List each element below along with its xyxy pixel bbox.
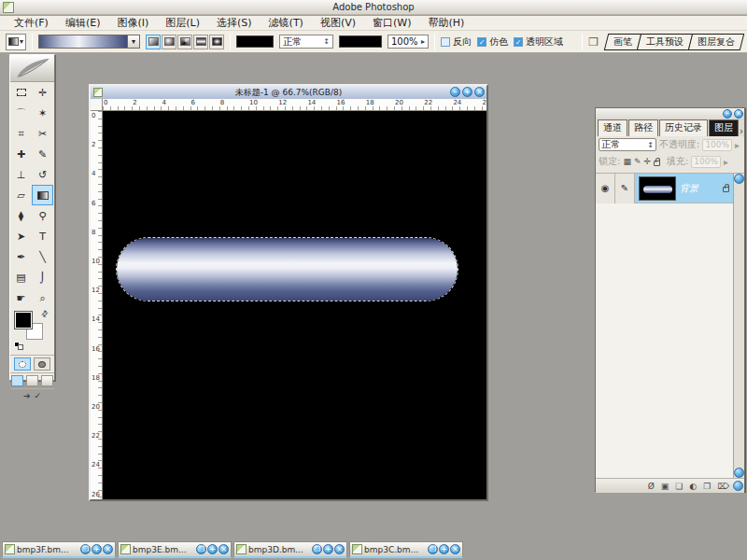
hand-tool[interactable]: ☛: [10, 287, 32, 308]
new-group-button[interactable]: ❏: [675, 482, 683, 491]
canvas[interactable]: [103, 111, 486, 499]
dodge-tool[interactable]: ⚲: [32, 205, 53, 226]
magic-wand-tool[interactable]: ✶: [32, 103, 53, 123]
close-button[interactable]: ×: [450, 544, 460, 554]
blend-mode-dropdown[interactable]: 正常 ↕: [279, 35, 333, 49]
panel-close-button[interactable]: ×: [734, 109, 743, 119]
shape-tool[interactable]: ╲: [32, 246, 53, 267]
close-button[interactable]: ×: [218, 544, 229, 554]
standard-screen-button[interactable]: [11, 375, 23, 386]
fullscreen-menubar-button[interactable]: [26, 375, 38, 386]
tab-brushes[interactable]: 画笔: [604, 34, 641, 50]
delete-layer-button[interactable]: ⌦: [717, 482, 729, 491]
footer-scroll-knob[interactable]: [733, 481, 743, 491]
menu-window[interactable]: 窗口(W): [364, 15, 419, 31]
menu-edit[interactable]: 编辑(E): [57, 15, 109, 31]
gradient-preview[interactable]: [38, 35, 128, 49]
tab-channels[interactable]: 通道: [598, 119, 627, 136]
healing-brush-tool[interactable]: ✚: [10, 144, 32, 164]
close-button[interactable]: ×: [334, 544, 345, 554]
standard-mode-button[interactable]: [14, 357, 31, 371]
scroll-up-knob[interactable]: [734, 174, 744, 184]
diamond-gradient-button[interactable]: [209, 35, 224, 49]
lock-transparent-icon[interactable]: ▦: [623, 157, 631, 166]
maximize-button[interactable]: +: [323, 544, 333, 554]
tab-layer-comps[interactable]: 图层复合: [688, 34, 744, 50]
brush-tool[interactable]: ✎: [32, 144, 53, 164]
slice-tool[interactable]: ✂: [32, 123, 53, 144]
restore-button[interactable]: ❐: [80, 544, 91, 554]
menu-select[interactable]: 选择(S): [208, 15, 261, 31]
notes-tool[interactable]: ▤: [10, 267, 32, 287]
menu-image[interactable]: 图像(I): [108, 15, 157, 31]
menu-layer[interactable]: 图层(L): [157, 15, 208, 31]
layer-name[interactable]: 背景: [680, 182, 723, 195]
clone-stamp-tool[interactable]: ⊥: [10, 164, 32, 185]
lock-position-icon[interactable]: ✛: [643, 157, 651, 166]
layer-style-button[interactable]: Ø: [648, 482, 655, 491]
menu-file[interactable]: 文件(F): [6, 15, 57, 31]
eyedropper-tool[interactable]: ⌡: [32, 267, 53, 287]
move-tool[interactable]: ✛: [32, 82, 53, 103]
maximize-button[interactable]: +: [439, 544, 449, 554]
gradient-tool-selected[interactable]: [32, 185, 53, 205]
swap-colors-icon[interactable]: ⇄: [39, 308, 50, 319]
crop-tool[interactable]: ⌗: [10, 123, 32, 144]
scroll-down-knob[interactable]: [734, 468, 744, 478]
tab-paths[interactable]: 路径: [628, 119, 658, 136]
tab-tool-presets[interactable]: 工具预设: [637, 34, 693, 50]
maximize-button[interactable]: +: [462, 87, 472, 97]
menu-view[interactable]: 视图(V): [312, 15, 364, 31]
gradient-picker[interactable]: ▾: [38, 35, 140, 49]
fullscreen-button[interactable]: [41, 375, 53, 386]
layer-blend-mode-dropdown[interactable]: 正常 ↕: [599, 138, 656, 151]
close-button[interactable]: ×: [474, 87, 485, 97]
lasso-tool[interactable]: ⌒: [10, 103, 32, 123]
gradient-picker-arrow[interactable]: ▾: [128, 35, 140, 49]
restore-button[interactable]: ❐: [312, 544, 322, 554]
transparency-checkbox[interactable]: ✓: [514, 37, 523, 47]
restore-button[interactable]: ❐: [196, 544, 206, 554]
menu-help[interactable]: 帮助(H): [419, 15, 472, 31]
layer-visibility-toggle[interactable]: ◉: [596, 174, 615, 203]
quick-mask-mode-button[interactable]: [34, 357, 50, 371]
maximize-button[interactable]: +: [207, 544, 218, 554]
marquee-tool[interactable]: [10, 82, 32, 103]
lock-all-icon[interactable]: [654, 161, 660, 166]
tab-layers[interactable]: 图层: [709, 119, 739, 136]
menu-filter[interactable]: 滤镜(T): [261, 15, 312, 31]
linear-gradient-button[interactable]: [146, 35, 161, 49]
pen-tool[interactable]: ✒: [10, 246, 32, 267]
minimized-window-bmp3D[interactable]: bmp3D.bm... ❐ + ×: [233, 541, 347, 558]
minimized-window-bmp3C[interactable]: bmp3C.bm... ❐ + ×: [349, 541, 463, 558]
close-button[interactable]: ×: [103, 544, 113, 554]
tab-history[interactable]: 历史记录: [659, 119, 708, 136]
angle-gradient-button[interactable]: [177, 35, 192, 49]
panel-minimize-button[interactable]: –: [723, 109, 732, 119]
jump-to-imageready-button[interactable]: ➔ ✓: [10, 388, 54, 402]
history-brush-tool[interactable]: ↺: [32, 164, 53, 185]
layer-fill-value[interactable]: 100%: [691, 156, 721, 168]
lock-image-icon[interactable]: ✎: [634, 157, 641, 166]
opacity-field[interactable]: 100% ▸: [388, 35, 429, 49]
layer-thumbnail[interactable]: [639, 176, 676, 201]
reverse-checkbox[interactable]: [441, 37, 450, 47]
minimize-button[interactable]: –: [450, 87, 460, 97]
layer-row-background[interactable]: ◉ ✎ 背景: [596, 174, 733, 203]
tab-overflow-icon[interactable]: ›: [740, 126, 746, 136]
layer-opacity-value[interactable]: 100%: [702, 139, 732, 151]
adjustment-layer-button[interactable]: ◐: [689, 482, 697, 491]
default-colors-icon[interactable]: [14, 342, 24, 351]
tool-preset-picker[interactable]: ▾: [6, 34, 26, 50]
foreground-color-swatch[interactable]: [15, 312, 32, 329]
path-selection-tool[interactable]: ➤: [10, 226, 32, 246]
zoom-tool[interactable]: ⌕: [32, 287, 53, 308]
minimized-window-bmp3E[interactable]: bmp3E.bm... ❐ + ×: [118, 541, 232, 558]
blur-tool[interactable]: ⧫: [10, 205, 32, 226]
file-browser-icon[interactable]: ❒: [588, 35, 599, 49]
type-tool[interactable]: T: [32, 226, 53, 246]
dither-checkbox[interactable]: ✓: [477, 37, 486, 47]
maximize-button[interactable]: +: [92, 544, 102, 554]
new-layer-button[interactable]: ❐: [703, 482, 711, 491]
minimized-window-bmp3F[interactable]: bmp3F.bm... ❐ + ×: [2, 541, 116, 558]
